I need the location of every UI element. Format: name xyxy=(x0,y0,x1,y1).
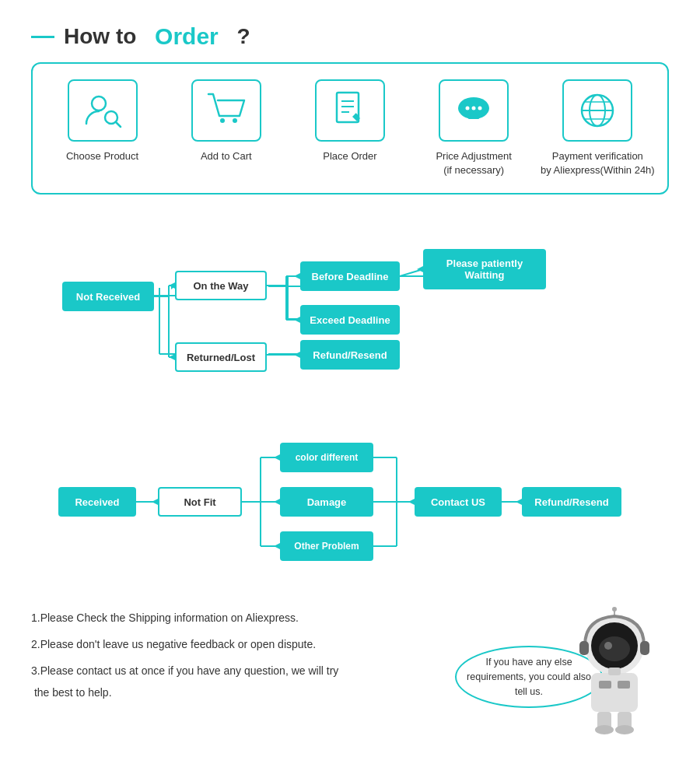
add-to-cart-icon-box xyxy=(191,79,261,142)
svg-rect-78 xyxy=(579,641,589,655)
svg-point-76 xyxy=(595,725,614,734)
section-title: How to Order ? xyxy=(31,23,669,50)
svg-marker-58 xyxy=(408,499,415,505)
place-order-label: Place Order xyxy=(323,149,376,163)
document-icon xyxy=(329,89,371,131)
not-received-box: Not Received xyxy=(62,282,154,311)
how-to-order-section: How to Order ? Choose Product xyxy=(0,0,700,210)
note-1: 1.Please Check the Shipping information … xyxy=(31,607,338,629)
step-price-adjustment: Price Adjustment(if necessary) xyxy=(415,79,532,177)
flowchart2-section: Received Not Fit color different Damage … xyxy=(0,412,700,591)
svg-marker-44 xyxy=(417,266,423,272)
step-place-order: Place Order xyxy=(292,79,408,163)
returned-lost-box: Returned/Lost xyxy=(175,342,267,372)
payment-verification-icon-box xyxy=(562,79,632,142)
svg-marker-43 xyxy=(294,352,300,358)
svg-rect-71 xyxy=(599,681,611,689)
flowchart1-section: Not Received On the Way Returned/Lost Be… xyxy=(0,210,700,412)
svg-rect-72 xyxy=(618,681,630,689)
note-2: 2.Please don't leave us negative feedbac… xyxy=(31,633,338,655)
received-box: Received xyxy=(58,487,136,517)
svg-point-3 xyxy=(220,118,225,123)
chat-icon xyxy=(453,89,495,131)
svg-rect-79 xyxy=(640,641,649,655)
robot-figure xyxy=(568,607,661,739)
svg-line-2 xyxy=(116,122,121,127)
place-order-icon-box xyxy=(315,79,385,142)
svg-point-0 xyxy=(92,96,106,110)
add-to-cart-label: Add to Cart xyxy=(201,149,252,163)
title-highlight: Order xyxy=(155,23,219,50)
note-3: 3.Please contact us at once if you have … xyxy=(31,660,338,703)
contact-us-box: Contact US xyxy=(415,487,502,517)
step-payment-verification: Payment verificationby Aliexpress(Within… xyxy=(539,79,656,177)
svg-point-77 xyxy=(615,725,634,734)
svg-point-69 xyxy=(612,607,617,612)
svg-point-4 xyxy=(233,118,237,123)
step-add-to-cart: Add to Cart xyxy=(168,79,285,163)
cart-icon xyxy=(205,89,247,131)
price-adjustment-icon-box xyxy=(439,79,509,142)
order-steps-container: Choose Product Add to Cart xyxy=(31,62,669,194)
flow-area-1: Not Received On the Way Returned/Lost Be… xyxy=(16,218,684,405)
person-search-icon xyxy=(82,89,124,131)
color-different-box: color different xyxy=(280,443,373,472)
damage-box: Damage xyxy=(280,487,373,517)
svg-marker-41 xyxy=(294,273,300,279)
notes-text-block: 1.Please Check the Shipping information … xyxy=(31,607,338,703)
notes-section: 1.Please Check the Shipping information … xyxy=(0,591,700,778)
step-choose-product: Choose Product xyxy=(44,79,161,163)
title-suffix: ? xyxy=(237,24,250,49)
not-fit-box: Not Fit xyxy=(158,487,242,517)
other-problem-box: Other Problem xyxy=(280,531,373,561)
svg-point-11 xyxy=(472,107,476,110)
svg-point-66 xyxy=(599,636,630,661)
svg-rect-70 xyxy=(591,673,638,712)
price-adjustment-label: Price Adjustment(if necessary) xyxy=(436,149,512,177)
before-deadline-box: Before Deadline xyxy=(300,261,400,291)
on-the-way-box: On the Way xyxy=(175,271,267,300)
svg-marker-42 xyxy=(294,317,300,323)
svg-marker-63 xyxy=(274,543,280,549)
svg-point-12 xyxy=(478,107,482,110)
payment-verification-label: Payment verificationby Aliexpress(Within… xyxy=(541,149,655,177)
refund-resend2-box: Refund/Resend xyxy=(522,487,621,517)
svg-point-10 xyxy=(466,107,470,110)
please-wait-box: Please patientlyWaitting xyxy=(423,249,546,289)
svg-point-67 xyxy=(604,642,612,650)
svg-rect-73 xyxy=(608,668,621,675)
svg-marker-46 xyxy=(152,499,158,505)
svg-marker-60 xyxy=(516,499,522,505)
choose-product-icon-box xyxy=(68,79,138,142)
svg-marker-40 xyxy=(169,354,175,360)
choose-product-label: Choose Product xyxy=(66,149,138,163)
title-prefix: How to xyxy=(64,24,136,49)
globe-icon xyxy=(576,89,618,131)
svg-marker-61 xyxy=(274,454,280,461)
flow-area-2: Received Not Fit color different Damage … xyxy=(16,420,684,584)
robot-area: If you have any else requirements, you c… xyxy=(451,607,669,762)
refund-resend1-box: Refund/Resend xyxy=(300,340,400,370)
exceed-deadline-box: Exceed Deadline xyxy=(300,305,400,335)
svg-line-37 xyxy=(400,269,423,276)
svg-marker-39 xyxy=(169,282,175,289)
svg-marker-62 xyxy=(274,499,280,505)
